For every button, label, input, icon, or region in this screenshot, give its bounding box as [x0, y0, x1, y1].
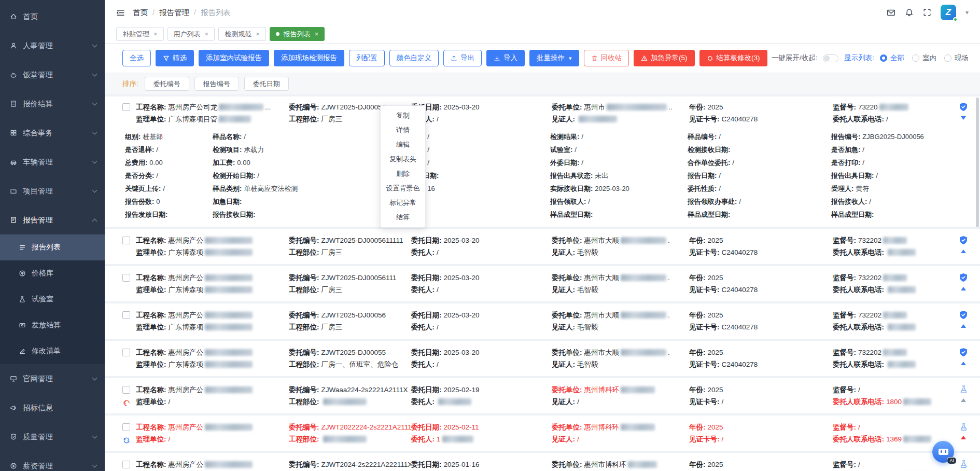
sidebar-item-bidding[interactable]: 招标信息 [0, 393, 105, 422]
chevron-up-icon[interactable] [961, 362, 966, 365]
close-icon[interactable]: × [153, 30, 158, 38]
settlement-modify-button[interactable]: 结算板修改(3) [699, 50, 767, 66]
shield-icon[interactable] [959, 310, 968, 320]
add-indoor-report-button[interactable]: 添加室内试验报告 [199, 50, 269, 66]
report-row[interactable]: 工程名称:惠州房产公委托编号:ZJWT2025-DJ00056111委托日期:2… [105, 266, 980, 301]
sidebar-item-home[interactable]: 首页 [0, 2, 105, 31]
sidebar-item-hr[interactable]: 人事管理 [0, 31, 105, 60]
display-option-2[interactable]: 现场 [944, 53, 969, 63]
context-menu-item-6[interactable]: 标记异常 [381, 196, 425, 210]
chevron-up-icon[interactable] [961, 436, 966, 439]
context-menu-item-7[interactable]: 结算 [381, 210, 425, 225]
row-checkbox[interactable] [122, 237, 130, 244]
expand-toggle[interactable] [823, 54, 838, 62]
report-row[interactable]: 工程名称:惠州房产公委托编号:ZJWT2025-DJ00055委托日期:2025… [105, 341, 980, 376]
report-row[interactable]: 工程名称:惠州房产公委托编号:ZJWT2025-DJ00056委托日期:2025… [105, 303, 980, 339]
app-logo[interactable]: Z [941, 5, 956, 20]
color-custom-button[interactable]: 颜色自定义 [389, 50, 439, 66]
export-button[interactable]: 导出 [443, 50, 482, 66]
fullscreen-icon[interactable] [923, 8, 931, 17]
sidebar-subitem-price-library[interactable]: 价格库 [0, 260, 105, 286]
report-row[interactable]: 工程名称:惠州房产公委托编号:ZJWT2025-DJ0005611111委托日期… [105, 229, 980, 264]
redacted-text [205, 274, 253, 281]
sidebar-item-report[interactable]: 报告管理 [0, 205, 105, 234]
sidebar-item-quotation[interactable]: 报价结算 [0, 89, 105, 118]
sidebar-item-website[interactable]: 官网管理 [0, 364, 105, 393]
field-value-suffix: .. [668, 103, 673, 111]
flask-icon[interactable] [959, 385, 968, 394]
close-icon[interactable]: × [256, 30, 260, 38]
tab-subsidy[interactable]: 补贴管理× [116, 27, 164, 41]
urgent-exception-button[interactable]: 加急异常(5) [634, 50, 695, 66]
chevron-up-icon[interactable] [961, 398, 966, 402]
close-icon[interactable]: × [315, 30, 319, 38]
mail-icon[interactable] [887, 8, 895, 17]
page-scrollbar[interactable] [976, 98, 979, 227]
chevron-up-icon[interactable] [961, 287, 966, 290]
import-button[interactable]: 导入 [486, 50, 525, 66]
sync-icon[interactable] [122, 436, 131, 445]
sort-button-1[interactable]: 报告编号 [194, 77, 239, 91]
recycle-bin-button[interactable]: 回收站 [584, 50, 629, 66]
context-menu-item-0[interactable]: 复制 [381, 108, 425, 123]
row-checkbox[interactable] [122, 274, 130, 282]
context-menu-item-4[interactable]: 删除 [381, 167, 425, 181]
sidebar-subitem-distribution-settlement[interactable]: 发放结算 [0, 312, 105, 338]
sidebar-subitem-report-list[interactable]: 报告列表 [0, 234, 105, 260]
tab-spec[interactable]: 检测规范× [218, 27, 266, 41]
bell-icon[interactable] [905, 8, 914, 17]
flask-icon[interactable] [959, 460, 968, 468]
breadcrumb-report-management[interactable]: 报告管理 [159, 8, 189, 18]
user-menu-caret-icon[interactable]: ▾ [965, 9, 969, 16]
row-checkbox[interactable] [122, 103, 130, 111]
select-all-button[interactable]: 全选 [122, 50, 151, 66]
sort-button-0[interactable]: 委托编号 [145, 77, 189, 91]
report-row[interactable]: 工程名称:惠州房产公委托编号:ZJWT2022224-2s2221A2111X委… [105, 415, 980, 451]
column-config-button[interactable]: 列配置 [349, 50, 385, 66]
field-label: 委托人联系电话: [833, 248, 884, 256]
return-icon[interactable] [122, 399, 131, 407]
report-row[interactable]: 工程名称:惠州房产公委托编号:ZJWT2024-2s2221A222111X委托… [105, 453, 980, 471]
chevron-up-icon[interactable] [961, 250, 966, 253]
report-row[interactable]: 工程名称:惠州房产公委托编号:ZJWaaa224-2s2221A2111X委托日… [105, 378, 980, 413]
sidebar-subitem-modification-list[interactable]: 修改清单 [0, 338, 105, 364]
tab-users[interactable]: 用户列表× [167, 27, 215, 41]
row-checkbox[interactable] [122, 461, 130, 468]
chevron-down-icon[interactable] [961, 116, 966, 120]
context-menu-item-1[interactable]: 详情 [381, 123, 425, 137]
row-checkbox[interactable] [122, 386, 130, 394]
shield-icon[interactable] [959, 348, 968, 357]
row-checkbox[interactable] [122, 349, 130, 356]
context-menu-item-3[interactable]: 复制表头 [381, 152, 425, 167]
tab-reports[interactable]: 报告列表× [270, 27, 325, 41]
filter-button[interactable]: 筛选 [156, 50, 194, 66]
chevron-up-icon[interactable] [961, 324, 966, 328]
shield-icon[interactable] [959, 236, 968, 245]
flask-icon[interactable] [959, 422, 968, 431]
field-label: 委托编号: [289, 423, 319, 431]
sidebar-item-affairs[interactable]: 综合事务 [0, 118, 105, 147]
add-field-report-button[interactable]: 添加现场检测报告 [274, 50, 344, 66]
sidebar-item-canteen[interactable]: 饭堂管理 [0, 60, 105, 89]
ai-assistant-button[interactable]: AI [932, 441, 954, 463]
display-option-0[interactable]: 全部 [880, 53, 904, 63]
sidebar-subitem-laboratory[interactable]: 试验室 [0, 286, 105, 312]
display-option-1[interactable]: 室内 [912, 53, 936, 63]
sort-button-2[interactable]: 委托日期 [244, 77, 289, 91]
sidebar-subitem-label: 价格库 [32, 269, 53, 278]
sidebar-item-quality[interactable]: 质量管理 [0, 422, 105, 451]
row-checkbox[interactable] [122, 423, 130, 431]
sidebar-item-project[interactable]: 项目管理 [0, 176, 105, 205]
row-checkbox[interactable] [122, 311, 130, 319]
breadcrumb-home[interactable]: 首页 [133, 8, 148, 18]
close-icon[interactable]: × [205, 30, 209, 38]
shield-icon[interactable] [959, 273, 968, 282]
sidebar-item-salary[interactable]: 薪资管理 [0, 451, 105, 471]
batch-actions-button[interactable]: 批量操作▾ [529, 50, 579, 66]
menu-collapse-icon[interactable] [116, 8, 125, 17]
context-menu-item-5[interactable]: 设置背景色 [381, 181, 425, 196]
report-row[interactable]: 工程名称:惠州房产公司龙...委托编号:ZJWT2025-DJ00056委托日期… [105, 96, 980, 227]
context-menu-item-2[interactable]: 编辑 [381, 137, 425, 152]
sidebar-item-vehicle[interactable]: 车辆管理 [0, 147, 105, 176]
shield-icon[interactable] [959, 102, 968, 112]
